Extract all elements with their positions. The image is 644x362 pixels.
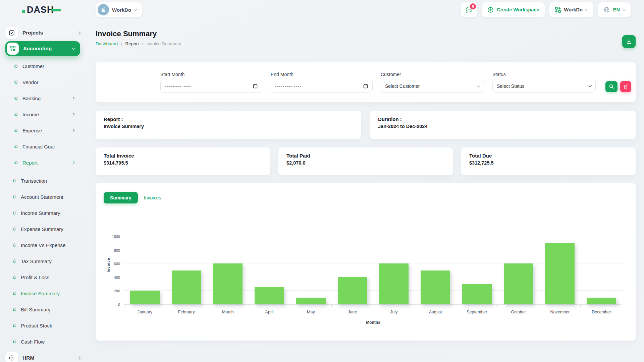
x-tick [124,305,166,307]
sidebar-item-income[interactable]: Income [14,106,80,122]
bar-september [462,284,492,304]
bar-april [255,287,284,304]
sidebar-item-bill-summary[interactable]: Bill Summary [13,301,80,317]
filter-buttons [605,81,631,92]
sidebar-item-label: Profit & Loss [21,275,74,280]
x-label-march: March [207,310,249,314]
bar-slot-february [166,237,207,304]
end-month-label: End Month [271,72,373,77]
sidebar-item-expense[interactable]: Expense [14,122,80,138]
report-submenu: TransactionAccount StatementIncome Summa… [5,173,80,350]
projects-icon-box [5,26,18,39]
x-tick [581,305,622,307]
x-label-september: September [456,310,498,314]
reset-filter-button[interactable] [620,81,631,92]
language-selector[interactable]: EN [598,2,631,17]
brand-logo[interactable]: DASH [0,5,86,15]
end-month-field: End Month --------- ---- [271,72,373,93]
totals-row: Total Invoice$314,795.5Total Paid$2,070.… [96,147,636,175]
y-tick-label: 1000 [107,235,120,239]
sidebar-item-vendor[interactable]: Vendor [14,74,80,90]
report-label: Report : [104,116,353,122]
create-workspace-button[interactable]: Create Workspace [482,2,544,17]
duration-info-card: Duration : Jan-2024 to Dec-2024 [370,111,636,139]
x-label-november: November [539,310,581,314]
sidebar-item-financial-goal[interactable]: Financial Goal [14,138,80,155]
end-month-input[interactable]: --------- ---- [271,80,373,93]
messages-button[interactable]: 0 [461,2,477,17]
tab-invoices[interactable]: Invoices [144,195,161,200]
tab-summary[interactable]: Summary [104,192,138,203]
y-tick-label: 200 [107,289,120,293]
sidebar-item-profit-loss[interactable]: Profit & Loss [13,269,80,285]
sidebar-item-label: Projects [22,30,73,36]
duration-value: Jan-2024 to Dec-2024 [378,124,628,129]
bar-november [545,243,575,304]
checkbox-icon [9,30,15,36]
sidebar-item-banking[interactable]: Banking [14,90,80,106]
sidebar-item-accounting[interactable]: Accounting [5,41,80,56]
customer-select-value: Select Customer [385,83,420,89]
sidebar-item-income-vs-expense[interactable]: Income Vs Expense [13,237,80,253]
x-tick [498,305,539,307]
total-card-total-paid: Total Paid$2,070.0 [278,147,453,175]
duration-label: Duration : [378,116,628,122]
download-button[interactable] [622,35,636,48]
y-tick-label: 0 [107,303,120,307]
bar-slot-august [415,237,456,304]
app-menu-button[interactable]: WorkDo [549,2,593,17]
language-label: EN [613,7,620,12]
sidebar-item-projects[interactable]: Projects [5,26,80,40]
sidebar-item-account-statement[interactable]: Account Statement [13,189,80,205]
sidebar-item-label: Income Vs Expense [21,242,74,248]
sidebar-item-product-stock[interactable]: Product Stock [13,317,80,334]
sidebar-item-label: Expense [22,128,67,133]
bullet-icon [14,161,18,164]
invoice-bar-chart: Invoice 02004006008001000 JanuaryFebruar… [104,237,628,325]
x-label-october: October [498,310,539,314]
total-label: Total Paid [286,153,445,159]
bar-may [296,298,326,304]
bar-august [421,270,450,305]
sidebar-item-cash-flow[interactable]: Cash Flow [13,334,80,350]
chevron-down-icon [623,8,626,11]
gridline-1000 [124,236,622,236]
sidebar-item-label: Income [22,112,67,117]
sidebar-item-income-summary[interactable]: Income Summary [13,205,80,221]
breadcrumb-item-report[interactable]: Report [125,41,139,46]
hrm-icon-box [5,352,18,362]
start-month-input[interactable]: --------- ---- [160,80,262,93]
bar-slot-may [290,237,332,304]
x-label-april: April [249,310,290,314]
user-dashed-circle-icon [8,355,15,361]
breadcrumb-item-dashboard[interactable]: Dashboard [96,41,118,46]
bullet-icon [13,292,16,295]
sidebar-item-label: Account Statement [21,194,74,200]
accounting-icon-box [7,43,19,55]
divider [96,217,636,217]
sidebar-item-label: Bill Summary [21,307,74,312]
download-icon [626,39,632,45]
chevron-down-icon [134,8,137,11]
sidebar-item-invoice-summary[interactable]: Invoice Summary [13,285,80,301]
status-select[interactable]: Select Status [492,80,596,93]
customer-select[interactable]: Select Customer [381,80,484,93]
report-info-row: Report : Invoice Summary Duration : Jan-… [96,111,636,139]
workspace-selector[interactable]: WorkDo [96,2,142,17]
messages-badge: 0 [470,3,476,9]
x-tick [166,305,208,307]
workspace-name: WorkDo [112,7,131,13]
bullet-icon [13,243,16,247]
sidebar-item-expense-summary[interactable]: Expense Summary [13,221,80,237]
apply-filter-button[interactable] [605,81,618,92]
sidebar-item-customer[interactable]: Customer [14,58,80,74]
bullet-icon [14,113,18,116]
breadcrumb-separator: › [142,41,143,46]
sidebar-item-tax-summary[interactable]: Tax Summary [13,253,80,269]
top-bar: DASH WorkDo 0 [0,0,644,19]
sidebar-item-report[interactable]: Report [14,155,80,171]
logo-dot-icon [22,10,25,13]
sidebar-item-label: Financial Goal [22,144,74,149]
sidebar-item-transaction[interactable]: Transaction [13,173,80,189]
sidebar-item-hrm[interactable]: HRM [5,351,80,362]
